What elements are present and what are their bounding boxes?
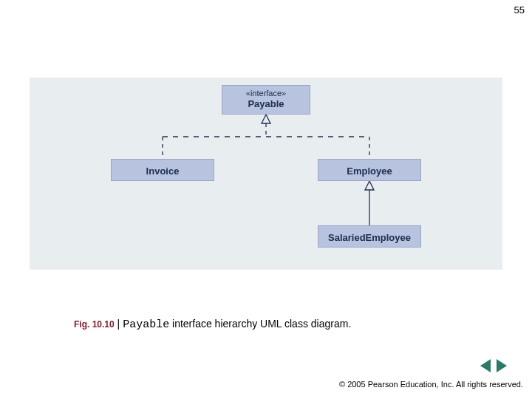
next-slide-button[interactable] [497,359,507,372]
copyright-text: © 2005 Pearson Education, Inc. All right… [339,380,523,389]
svg-marker-5 [365,181,374,190]
class-name: SalariedEmployee [318,229,420,247]
uml-diagram: «interface» Payable Invoice Employee Sal… [30,78,502,270]
caption-sep: | [115,318,123,330]
class-box-employee: Employee [318,159,421,181]
stereotype-label: «interface» [222,89,310,98]
page-number: 55 [514,4,525,16]
svg-marker-0 [262,115,270,123]
figure-caption: Fig. 10.10 | Payable interface hierarchy… [74,318,351,331]
class-name: Payable [222,98,310,109]
caption-text: interface hierarchy UML class diagram. [169,318,351,330]
class-name: Invoice [112,163,214,180]
prev-slide-button[interactable] [480,359,491,372]
class-box-invoice: Invoice [111,159,214,181]
caption-code: Payable [123,318,169,331]
class-box-payable: «interface» Payable [222,85,310,115]
figure-number: Fig. 10.10 [74,319,115,330]
slide-nav [479,358,508,372]
class-name: Employee [318,163,420,180]
class-box-salaried: SalariedEmployee [318,225,421,248]
